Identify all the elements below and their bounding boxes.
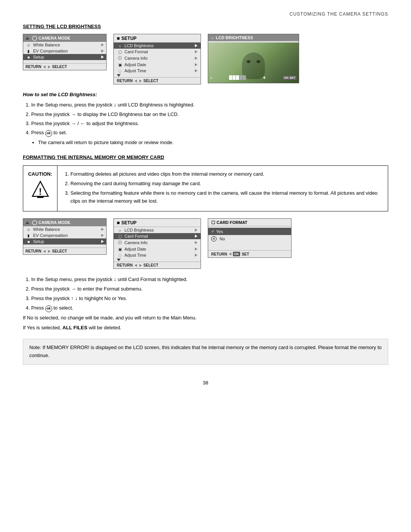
setup-screen-header: ■ SETUP xyxy=(114,34,201,43)
card-format-label-2: Card Format xyxy=(124,234,193,238)
lcd-brightness-icon: ☼ xyxy=(210,35,214,40)
setup-arrow-icon xyxy=(101,55,104,59)
lcd-brightness-item: ☼ LCD Brightness xyxy=(114,43,201,49)
caution-left-panel: CAUTION: ! xyxy=(23,166,57,211)
down-arrow-row-1 xyxy=(114,74,201,77)
camera-icon: ◯ xyxy=(32,35,37,41)
setup-footer-2: RETURN SELECT xyxy=(114,262,201,268)
cam-header-2: ◯ CAMERA MODE xyxy=(23,219,106,226)
setup-item-2: ■ Setup xyxy=(23,238,106,245)
card-icon-2: ▢ xyxy=(117,234,123,238)
return-label-2: RETURN xyxy=(25,249,41,253)
caution-list: Formatting deletes all pictures and vide… xyxy=(64,170,382,205)
no-label: No xyxy=(220,237,225,241)
left-arrow-icon xyxy=(43,65,46,68)
camera-mode-label: CAMERA MODE xyxy=(38,36,70,40)
lcd-step-3: Press the joystick → / ← to adjust the b… xyxy=(31,119,388,128)
seg-3 xyxy=(236,75,239,80)
lcd-screen-header-label: LCD BRIGHTNESS xyxy=(216,35,253,40)
time-arrow-1 xyxy=(195,69,198,73)
joystick-left-icon-1: ← xyxy=(80,121,85,126)
info-icon-1: ⓘ xyxy=(117,56,123,61)
ev-icon-2: ▮ xyxy=(25,233,32,238)
wb-icon-2: ☺ xyxy=(25,227,32,232)
setup-header-label: SETUP xyxy=(121,36,137,41)
lcd-section-title: SETTING THE LCD BRIGHTNESS xyxy=(23,24,388,29)
ok-icon-1: ok xyxy=(45,130,52,137)
right-arrow-icon xyxy=(48,65,51,68)
card-format-item-1: ▢ Card Format xyxy=(114,49,201,55)
caution-item-2: Removing the card during formatting may … xyxy=(70,180,382,188)
right-arrow-2 xyxy=(48,250,51,253)
setup-label-h2: SETUP xyxy=(121,220,137,226)
yes-label: Yes xyxy=(216,229,223,234)
lcd-bullet-1: The camera will return to picture taking… xyxy=(38,138,388,147)
select-label-2: SELECT xyxy=(52,249,67,253)
how-to-lcd-title: How to set the LCD Brightness: xyxy=(23,92,97,97)
setup-icon: ■ xyxy=(25,55,32,59)
adjust-time-item-1: ◌ Adjust Time xyxy=(114,68,201,74)
setup-header-2: ■ SETUP xyxy=(114,219,201,227)
joystick-right-icon-2: → xyxy=(71,119,76,128)
lcd-step-1: In the Setup menu, press the joystick ↓ … xyxy=(31,100,388,110)
setup-icon-h2: ■ xyxy=(117,220,120,226)
page-number: 38 xyxy=(23,380,388,386)
ev-label-2: EV Compensatiion xyxy=(33,233,100,238)
lcd-instructions: How to set the LCD Brightness: In the Se… xyxy=(23,91,388,147)
cf-footer: RETURN OK SET xyxy=(208,250,291,257)
ev-arrow-icon xyxy=(101,49,104,53)
cf-set-label: SET xyxy=(242,252,249,256)
camera-mode-header: ◯ CAMERA MODE xyxy=(23,34,106,42)
time-icon-1: ◌ xyxy=(117,69,123,73)
setup-label: Setup xyxy=(33,55,100,59)
camera-icon-2: ◯ xyxy=(32,220,37,225)
cam-mode-label-2: CAMERA MODE xyxy=(38,220,70,225)
caution-right-panel: Formatting deletes all pictures and vide… xyxy=(57,166,388,211)
cf-return-label: RETURN xyxy=(211,252,227,256)
setup-left-icon-1 xyxy=(134,79,137,83)
wb-arrow-2 xyxy=(101,227,104,232)
seg-1 xyxy=(229,75,232,80)
lcd-icon-2: ☼ xyxy=(117,228,123,232)
svg-rect-2 xyxy=(37,197,43,198)
page-header: CUSTOMIZING THE CAMERA SETTINGS xyxy=(23,11,388,17)
card-format-item-2: ▢ Card Format xyxy=(114,233,201,239)
no-option[interactable]: × No xyxy=(208,235,291,243)
date-icon-1: ▣ xyxy=(117,63,123,67)
lcd-screen-header: ☼ LCD BRIGHTNESS xyxy=(208,34,299,41)
format-step-1: In the Setup menu, press the joystick ↓ … xyxy=(31,275,388,284)
lcd-arrow-2 xyxy=(195,228,198,232)
cf-header-label: CARD FORMAT xyxy=(217,220,247,225)
setup-label-2: Setup xyxy=(33,239,100,244)
camera-info-item-1: ⓘ Camera Info xyxy=(114,55,201,62)
select-label: SELECT xyxy=(52,65,67,69)
format-step-2: Press the joystick → to enter the Format… xyxy=(31,285,388,293)
ok-set-button[interactable]: OK SET xyxy=(283,76,296,80)
adjust-time-label-1: Adjust Time xyxy=(124,68,193,73)
ev-icon: ▮ xyxy=(25,49,32,53)
lcd-step-4: Press ok to set. The camera will return … xyxy=(31,129,388,147)
camera-info-label-1: Camera Info xyxy=(124,56,193,60)
lcd-steps-list: In the Setup menu, press the joystick ↓ … xyxy=(23,100,388,147)
ev-arrow-2 xyxy=(101,233,104,238)
cam-footer-2: RETURN SELECT xyxy=(23,248,106,254)
wb-label-2: White Balance xyxy=(33,227,100,232)
format-instructions: In the Setup menu, press the joystick ↓ … xyxy=(23,275,388,332)
lcd-item-2: ☼ LCD Brightness xyxy=(114,227,201,233)
setup-header-icon: ■ xyxy=(117,35,120,41)
joystick-right-3: → xyxy=(71,285,76,293)
yes-option[interactable]: ✓ Yes xyxy=(208,228,291,235)
card-format-screen: ▢ CARD FORMAT ✓ Yes × No RETURN OK SET xyxy=(208,218,292,258)
card-arrow-2 xyxy=(195,234,198,238)
setup-arrow-2 xyxy=(101,240,104,244)
format-step-4: Press ok to select. xyxy=(31,304,388,312)
if-yes-text: If Yes is selected, ALL FILES will be de… xyxy=(23,324,388,332)
lcd-step-2: Press the joystick → to display the LCD … xyxy=(31,110,388,119)
date-icon-2: ▣ xyxy=(117,247,123,251)
lcd-screens-row: ◯ CAMERA MODE ☺ White Balance ▮ EV Compe… xyxy=(23,34,388,84)
camera-info-label-2: Camera Info xyxy=(124,240,193,245)
brightness-bar xyxy=(229,75,246,80)
card-format-label-1: Card Format xyxy=(124,49,193,54)
caution-item-3: Selecting the formatting feature while t… xyxy=(70,189,382,205)
setup-icon-2: ■ xyxy=(25,240,32,244)
